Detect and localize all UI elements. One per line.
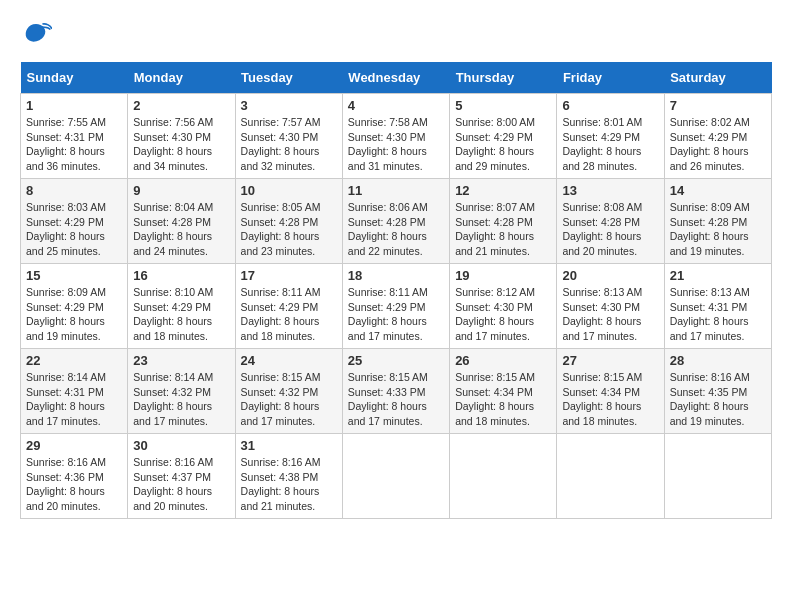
- day-info: Sunrise: 8:03 AM Sunset: 4:29 PM Dayligh…: [26, 200, 122, 259]
- day-info: Sunrise: 8:04 AM Sunset: 4:28 PM Dayligh…: [133, 200, 229, 259]
- day-number: 19: [455, 268, 551, 283]
- week-row-1: 1 Sunrise: 7:55 AM Sunset: 4:31 PM Dayli…: [21, 94, 772, 179]
- day-number: 1: [26, 98, 122, 113]
- day-number: 14: [670, 183, 766, 198]
- day-info: Sunrise: 8:14 AM Sunset: 4:32 PM Dayligh…: [133, 370, 229, 429]
- header-day-tuesday: Tuesday: [235, 62, 342, 94]
- day-number: 21: [670, 268, 766, 283]
- day-number: 4: [348, 98, 444, 113]
- day-number: 2: [133, 98, 229, 113]
- day-number: 3: [241, 98, 337, 113]
- day-cell-9: 9 Sunrise: 8:04 AM Sunset: 4:28 PM Dayli…: [128, 179, 235, 264]
- calendar-table: SundayMondayTuesdayWednesdayThursdayFrid…: [20, 62, 772, 519]
- week-row-4: 22 Sunrise: 8:14 AM Sunset: 4:31 PM Dayl…: [21, 349, 772, 434]
- day-info: Sunrise: 8:05 AM Sunset: 4:28 PM Dayligh…: [241, 200, 337, 259]
- day-cell-4: 4 Sunrise: 7:58 AM Sunset: 4:30 PM Dayli…: [342, 94, 449, 179]
- day-number: 27: [562, 353, 658, 368]
- day-number: 7: [670, 98, 766, 113]
- day-number: 8: [26, 183, 122, 198]
- logo-icon: [20, 20, 52, 52]
- day-cell-27: 27 Sunrise: 8:15 AM Sunset: 4:34 PM Dayl…: [557, 349, 664, 434]
- header: [20, 20, 772, 52]
- day-cell-16: 16 Sunrise: 8:10 AM Sunset: 4:29 PM Dayl…: [128, 264, 235, 349]
- day-info: Sunrise: 7:58 AM Sunset: 4:30 PM Dayligh…: [348, 115, 444, 174]
- header-day-friday: Friday: [557, 62, 664, 94]
- day-info: Sunrise: 8:10 AM Sunset: 4:29 PM Dayligh…: [133, 285, 229, 344]
- day-info: Sunrise: 8:13 AM Sunset: 4:30 PM Dayligh…: [562, 285, 658, 344]
- day-number: 6: [562, 98, 658, 113]
- day-info: Sunrise: 8:08 AM Sunset: 4:28 PM Dayligh…: [562, 200, 658, 259]
- header-day-saturday: Saturday: [664, 62, 771, 94]
- empty-cell: [557, 434, 664, 519]
- day-info: Sunrise: 7:57 AM Sunset: 4:30 PM Dayligh…: [241, 115, 337, 174]
- day-cell-28: 28 Sunrise: 8:16 AM Sunset: 4:35 PM Dayl…: [664, 349, 771, 434]
- day-number: 9: [133, 183, 229, 198]
- day-cell-12: 12 Sunrise: 8:07 AM Sunset: 4:28 PM Dayl…: [450, 179, 557, 264]
- day-info: Sunrise: 8:02 AM Sunset: 4:29 PM Dayligh…: [670, 115, 766, 174]
- day-number: 23: [133, 353, 229, 368]
- day-info: Sunrise: 8:06 AM Sunset: 4:28 PM Dayligh…: [348, 200, 444, 259]
- day-cell-30: 30 Sunrise: 8:16 AM Sunset: 4:37 PM Dayl…: [128, 434, 235, 519]
- empty-cell: [450, 434, 557, 519]
- day-info: Sunrise: 8:13 AM Sunset: 4:31 PM Dayligh…: [670, 285, 766, 344]
- day-number: 26: [455, 353, 551, 368]
- day-info: Sunrise: 8:09 AM Sunset: 4:28 PM Dayligh…: [670, 200, 766, 259]
- day-cell-5: 5 Sunrise: 8:00 AM Sunset: 4:29 PM Dayli…: [450, 94, 557, 179]
- day-info: Sunrise: 8:15 AM Sunset: 4:34 PM Dayligh…: [562, 370, 658, 429]
- day-info: Sunrise: 7:56 AM Sunset: 4:30 PM Dayligh…: [133, 115, 229, 174]
- day-cell-29: 29 Sunrise: 8:16 AM Sunset: 4:36 PM Dayl…: [21, 434, 128, 519]
- day-cell-24: 24 Sunrise: 8:15 AM Sunset: 4:32 PM Dayl…: [235, 349, 342, 434]
- day-info: Sunrise: 8:16 AM Sunset: 4:36 PM Dayligh…: [26, 455, 122, 514]
- day-cell-7: 7 Sunrise: 8:02 AM Sunset: 4:29 PM Dayli…: [664, 94, 771, 179]
- week-row-2: 8 Sunrise: 8:03 AM Sunset: 4:29 PM Dayli…: [21, 179, 772, 264]
- day-info: Sunrise: 8:07 AM Sunset: 4:28 PM Dayligh…: [455, 200, 551, 259]
- day-number: 17: [241, 268, 337, 283]
- day-number: 25: [348, 353, 444, 368]
- day-info: Sunrise: 8:15 AM Sunset: 4:33 PM Dayligh…: [348, 370, 444, 429]
- day-number: 12: [455, 183, 551, 198]
- day-number: 24: [241, 353, 337, 368]
- day-info: Sunrise: 8:11 AM Sunset: 4:29 PM Dayligh…: [241, 285, 337, 344]
- logo: [20, 20, 58, 52]
- empty-cell: [664, 434, 771, 519]
- week-row-5: 29 Sunrise: 8:16 AM Sunset: 4:36 PM Dayl…: [21, 434, 772, 519]
- day-cell-23: 23 Sunrise: 8:14 AM Sunset: 4:32 PM Dayl…: [128, 349, 235, 434]
- day-cell-31: 31 Sunrise: 8:16 AM Sunset: 4:38 PM Dayl…: [235, 434, 342, 519]
- day-number: 28: [670, 353, 766, 368]
- day-info: Sunrise: 7:55 AM Sunset: 4:31 PM Dayligh…: [26, 115, 122, 174]
- day-number: 20: [562, 268, 658, 283]
- header-day-thursday: Thursday: [450, 62, 557, 94]
- day-cell-14: 14 Sunrise: 8:09 AM Sunset: 4:28 PM Dayl…: [664, 179, 771, 264]
- day-number: 13: [562, 183, 658, 198]
- header-day-wednesday: Wednesday: [342, 62, 449, 94]
- day-cell-15: 15 Sunrise: 8:09 AM Sunset: 4:29 PM Dayl…: [21, 264, 128, 349]
- day-number: 31: [241, 438, 337, 453]
- day-number: 16: [133, 268, 229, 283]
- day-number: 18: [348, 268, 444, 283]
- day-info: Sunrise: 8:16 AM Sunset: 4:37 PM Dayligh…: [133, 455, 229, 514]
- header-day-sunday: Sunday: [21, 62, 128, 94]
- day-cell-22: 22 Sunrise: 8:14 AM Sunset: 4:31 PM Dayl…: [21, 349, 128, 434]
- day-number: 5: [455, 98, 551, 113]
- day-cell-6: 6 Sunrise: 8:01 AM Sunset: 4:29 PM Dayli…: [557, 94, 664, 179]
- day-cell-21: 21 Sunrise: 8:13 AM Sunset: 4:31 PM Dayl…: [664, 264, 771, 349]
- day-cell-2: 2 Sunrise: 7:56 AM Sunset: 4:30 PM Dayli…: [128, 94, 235, 179]
- day-number: 10: [241, 183, 337, 198]
- day-cell-17: 17 Sunrise: 8:11 AM Sunset: 4:29 PM Dayl…: [235, 264, 342, 349]
- day-cell-13: 13 Sunrise: 8:08 AM Sunset: 4:28 PM Dayl…: [557, 179, 664, 264]
- week-row-3: 15 Sunrise: 8:09 AM Sunset: 4:29 PM Dayl…: [21, 264, 772, 349]
- day-info: Sunrise: 8:15 AM Sunset: 4:32 PM Dayligh…: [241, 370, 337, 429]
- day-info: Sunrise: 8:15 AM Sunset: 4:34 PM Dayligh…: [455, 370, 551, 429]
- day-info: Sunrise: 8:11 AM Sunset: 4:29 PM Dayligh…: [348, 285, 444, 344]
- day-number: 30: [133, 438, 229, 453]
- day-cell-26: 26 Sunrise: 8:15 AM Sunset: 4:34 PM Dayl…: [450, 349, 557, 434]
- day-cell-1: 1 Sunrise: 7:55 AM Sunset: 4:31 PM Dayli…: [21, 94, 128, 179]
- day-info: Sunrise: 8:16 AM Sunset: 4:38 PM Dayligh…: [241, 455, 337, 514]
- empty-cell: [342, 434, 449, 519]
- day-info: Sunrise: 8:16 AM Sunset: 4:35 PM Dayligh…: [670, 370, 766, 429]
- day-cell-25: 25 Sunrise: 8:15 AM Sunset: 4:33 PM Dayl…: [342, 349, 449, 434]
- day-cell-18: 18 Sunrise: 8:11 AM Sunset: 4:29 PM Dayl…: [342, 264, 449, 349]
- day-info: Sunrise: 8:00 AM Sunset: 4:29 PM Dayligh…: [455, 115, 551, 174]
- day-cell-11: 11 Sunrise: 8:06 AM Sunset: 4:28 PM Dayl…: [342, 179, 449, 264]
- header-row: SundayMondayTuesdayWednesdayThursdayFrid…: [21, 62, 772, 94]
